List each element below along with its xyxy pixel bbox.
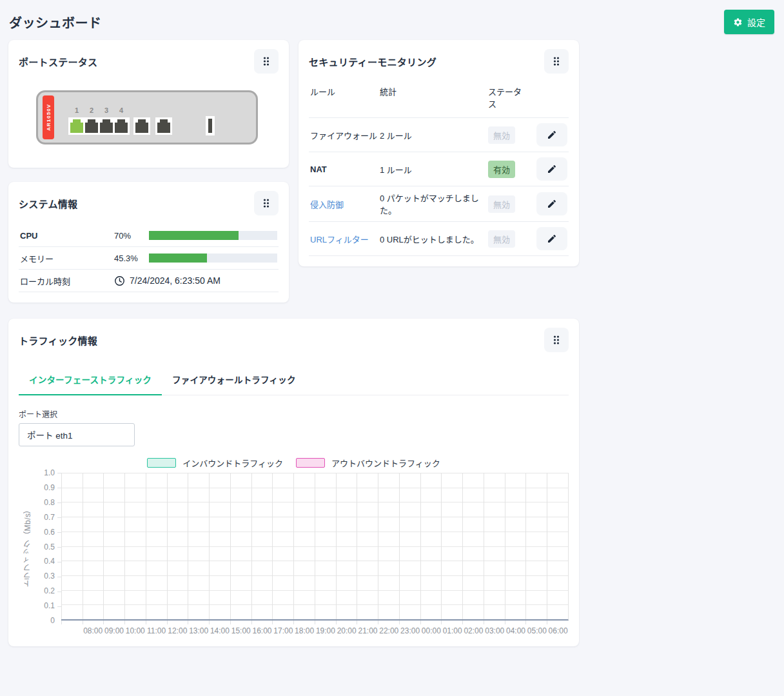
port-select[interactable]: ポート eth1 (19, 423, 135, 446)
security-table: ルール 統計 ステータス ファイアウォール 2 ルール 無効 (309, 79, 569, 256)
console-slot-bar (208, 119, 212, 133)
rule-stats: 2 ルール (380, 129, 488, 141)
security-monitoring-card: セキュリティーモニタリング ルール 統計 ステータス (299, 40, 579, 266)
x-tick-label: 09:00 (104, 626, 124, 635)
traffic-info-title: トラフィック情報 (19, 333, 97, 347)
tab-interface-traffic[interactable]: インターフェーストラフィック (19, 365, 162, 395)
x-tick-label: 03:00 (485, 626, 504, 635)
x-tick-label: 05:00 (527, 626, 547, 635)
port-status-title: ポートステータス (19, 55, 97, 68)
x-tick-label: 01:00 (443, 626, 462, 635)
traffic-drag-handle[interactable] (544, 328, 569, 352)
pencil-icon (547, 199, 557, 209)
x-tick-label: 23:00 (400, 626, 420, 635)
drag-dots-icon (262, 56, 271, 66)
table-row-intrusion: 侵入防御 0 パケットがマッチしました。 無効 (309, 186, 569, 221)
x-tick-label: 13:00 (189, 626, 208, 635)
tab-firewall-traffic[interactable]: ファイアウォールトラフィック (162, 365, 306, 395)
port-status-drag-handle[interactable] (254, 49, 279, 74)
cpu-row: CPU 70% (19, 224, 279, 247)
edit-intrusion-button[interactable] (536, 192, 567, 215)
chart-y-axis-label-wrap: トラフィック（Mb/s） (19, 473, 35, 621)
intrusion-prevention-link[interactable]: 侵入防御 (310, 198, 380, 210)
y-tick-label: 0.9 (44, 483, 55, 492)
y-tick-label: 0.2 (44, 586, 55, 595)
y-tick-label: 0.4 (44, 557, 55, 566)
port-1-active (70, 123, 83, 133)
traffic-info-card: トラフィック情報 インターフェーストラフィック ファイアウォールトラフィック ポ… (8, 319, 579, 646)
port-number: 4 (115, 106, 128, 114)
port-4 (115, 123, 128, 133)
port-wan-b (157, 123, 170, 133)
chart-legend: インバウンドトラフィック アウトバウンドトラフィック (19, 457, 569, 469)
page-header: ダッシュボード 設定 (0, 0, 784, 40)
legend-item-inbound[interactable]: インバウンドトラフィック (147, 457, 283, 469)
system-info-drag-handle[interactable] (254, 191, 279, 215)
system-info-card: システム情報 CPU 70% (8, 182, 289, 303)
local-time-value: 7/24/2024, 6:23:50 AM (130, 275, 220, 286)
pencil-icon (547, 234, 557, 244)
settings-button[interactable]: 設定 (724, 10, 774, 34)
chart-plot-area (61, 473, 569, 621)
outbound-swatch (296, 458, 325, 468)
security-table-header: ルール 統計 ステータス (309, 79, 569, 117)
port-number: 3 (100, 106, 113, 114)
memory-value: 45.3% (114, 254, 142, 263)
port-status-card: ポートステータス AR1050V 1 2 (8, 40, 289, 168)
outbound-legend-label: アウトバウンドトラフィック (331, 457, 440, 469)
device-model-label: AR1050V (46, 104, 52, 131)
edit-url-filter-button[interactable] (536, 227, 567, 250)
device-model-tag: AR1050V (43, 95, 54, 139)
x-tick-label: 11:00 (147, 626, 166, 635)
cpu-progress-track (149, 231, 277, 240)
y-tick-label: 0.1 (44, 601, 55, 610)
x-tick-label: 22:00 (379, 626, 398, 635)
chart-y-ticks: 1.00.90.80.70.60.50.40.30.20.10 (35, 473, 57, 621)
edit-nat-button[interactable] (536, 157, 567, 181)
gear-icon (733, 17, 743, 27)
rule-stats: 0 パケットがマッチしました。 (380, 192, 488, 216)
x-tick-label: 18:00 (295, 626, 314, 635)
chart-x-labels: 08:0009:0010:0011:0012:0013:0014:0015:00… (61, 621, 569, 636)
legend-item-outbound[interactable]: アウトバウンドトラフィック (296, 457, 440, 469)
memory-row: メモリー 45.3% (19, 247, 279, 270)
table-row-nat: NAT 1 ルール 有効 (309, 152, 569, 186)
x-tick-label: 14:00 (210, 626, 230, 635)
wan-port-b (155, 117, 172, 135)
console-slot (206, 116, 215, 135)
edit-firewall-button[interactable] (536, 123, 567, 146)
pencil-icon (547, 130, 557, 140)
memory-label: メモリー (20, 252, 114, 264)
x-tick-label: 02:00 (464, 626, 483, 635)
table-row-url-filter: URLフィルター 0 URLがヒットしました。 無効 (309, 221, 569, 256)
y-tick-label: 0 (50, 616, 55, 625)
status-badge: 有効 (488, 161, 515, 178)
x-tick-label: 20:00 (337, 626, 357, 635)
port-number: 1 (70, 106, 83, 114)
rule-name: NAT (310, 164, 380, 174)
x-tick-label: 08:00 (83, 626, 103, 635)
traffic-tabs: インターフェーストラフィック ファイアウォールトラフィック (19, 365, 569, 395)
url-filter-link[interactable]: URLフィルター (310, 233, 380, 245)
x-tick-label: 19:00 (316, 626, 335, 635)
x-tick-label: 16:00 (253, 626, 272, 635)
local-time-label: ローカル時刻 (20, 275, 114, 287)
drag-dots-icon (552, 335, 561, 345)
memory-progress-fill (149, 254, 207, 263)
lan-port-group (68, 117, 130, 135)
x-tick-label: 15:00 (231, 626, 251, 635)
y-tick-label: 0.3 (44, 572, 55, 581)
port-2 (85, 123, 98, 133)
security-monitoring-title: セキュリティーモニタリング (309, 55, 436, 68)
security-drag-handle[interactable] (544, 49, 569, 74)
status-badge: 無効 (488, 126, 515, 144)
router-device-graphic: AR1050V 1 2 3 4 (36, 90, 258, 144)
clock-icon (114, 275, 125, 286)
col-rule: ルール (310, 85, 380, 110)
cpu-label: CPU (20, 231, 114, 241)
cpu-progress-fill (149, 231, 239, 240)
port-number: 2 (85, 106, 98, 114)
chart-y-axis-label: トラフィック（Mb/s） (22, 505, 33, 588)
table-row-firewall: ファイアウォール 2 ルール 無効 (309, 117, 569, 152)
y-tick-label: 0.5 (44, 542, 55, 552)
